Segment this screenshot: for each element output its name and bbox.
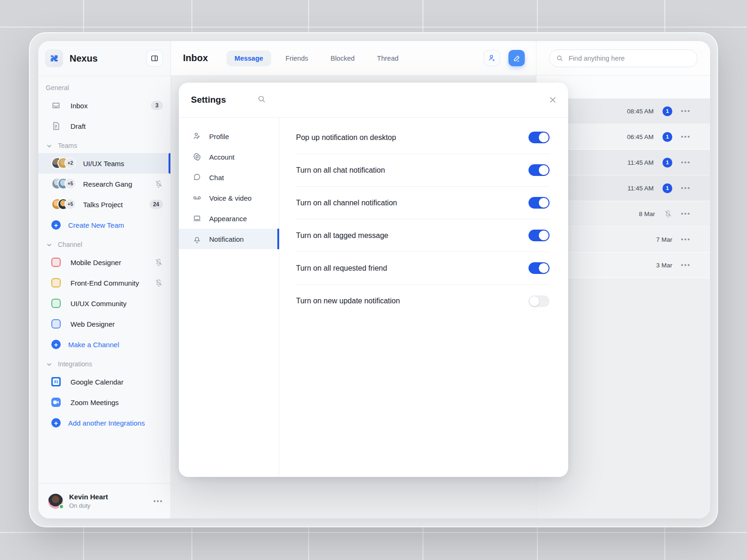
sidebar-channel-frontend[interactable]: Front-End Community: [38, 273, 170, 293]
section-channel[interactable]: Channel: [38, 235, 170, 252]
gear-icon: [192, 152, 202, 161]
sidebar-integration-google-calendar[interactable]: 31 Google Calendar: [38, 371, 170, 392]
bg-gridline: [0, 27, 747, 28]
section-integrations[interactable]: Integrations: [38, 355, 170, 371]
message-time: 08:45 AM: [627, 108, 654, 115]
make-a-channel-button[interactable]: + Make a Channel: [38, 334, 170, 355]
action-label: Create New Team: [68, 221, 124, 229]
top-bar: Inbox Message Friends Blocked Thread: [171, 41, 710, 76]
sidebar-team-uiux[interactable]: +2 UI/UX Teams: [38, 153, 170, 174]
add-integration-button[interactable]: + Add another Integrations: [38, 413, 170, 433]
settings-nav-voice-video[interactable]: Voice & video: [179, 188, 279, 208]
zoom-meetings-icon: [51, 398, 61, 407]
channel-color-icon: [51, 258, 61, 267]
sidebar-header: Nexus: [38, 41, 170, 76]
avatar: [48, 494, 63, 509]
settings-nav-chat[interactable]: Chat: [179, 167, 279, 188]
sidebar-item-label: Talks Project: [83, 201, 149, 209]
setting-row: Pop up notification on desktop: [296, 121, 550, 154]
toggle-channel-notification[interactable]: [529, 197, 550, 209]
toggle-popup-desktop[interactable]: [529, 132, 550, 143]
sidebar-item-inbox[interactable]: Inbox 3: [38, 95, 170, 116]
chat-bubble-icon: [192, 173, 202, 182]
unread-count-badge: 24: [149, 200, 163, 209]
sidebar-channel-mobile-designer[interactable]: Mobile Designer: [38, 252, 170, 273]
profile-more-button[interactable]: [154, 500, 162, 502]
sidebar-item-draft[interactable]: Draft: [38, 116, 170, 136]
chevron-down-icon: [46, 242, 52, 248]
close-icon[interactable]: [546, 93, 560, 107]
tab-message[interactable]: Message: [226, 50, 271, 66]
section-label: Integrations: [58, 360, 92, 368]
sidebar: Nexus General Inbox: [38, 41, 171, 518]
sidebar-item-label: Mobile Designer: [70, 259, 155, 266]
row-more-button[interactable]: [681, 110, 690, 112]
chevron-down-icon: [46, 143, 52, 149]
settings-modal: Settings: [179, 83, 568, 477]
settings-nav-account[interactable]: Account: [179, 147, 279, 167]
compose-pencil-icon: [513, 54, 521, 63]
toggle-chat-notification[interactable]: [529, 164, 550, 176]
section-label: General: [46, 84, 69, 91]
setting-label: Turn on new update notification: [296, 297, 400, 305]
toggle-requested-friend[interactable]: [529, 262, 550, 274]
user-name: Kevin Heart: [69, 493, 154, 501]
tab-blocked[interactable]: Blocked: [323, 50, 363, 66]
bell-muted-icon: [155, 180, 163, 188]
add-friend-button[interactable]: [484, 50, 500, 66]
row-more-button[interactable]: [681, 161, 690, 163]
sidebar-item-label: Research Gang: [83, 180, 155, 188]
user-status: On duty: [69, 502, 154, 509]
sidebar-channel-web-designer[interactable]: Web Designer: [38, 314, 170, 334]
plus-circle-icon: +: [51, 418, 61, 427]
settings-nav-notification[interactable]: Notification: [179, 229, 279, 249]
row-more-button[interactable]: [681, 213, 690, 215]
user-profile-section[interactable]: Kevin Heart On duty: [38, 483, 170, 518]
avatar-extra-count: +2: [64, 157, 76, 169]
message-time: 11:45 AM: [627, 159, 654, 166]
section-label: Channel: [58, 241, 82, 248]
search-input[interactable]: [568, 54, 691, 63]
channel-color-icon: [51, 319, 61, 329]
unread-badge: 1: [662, 158, 672, 168]
app-title: Nexus: [70, 53, 146, 64]
collapse-sidebar-button[interactable]: [146, 50, 163, 67]
toggle-new-update[interactable]: [529, 295, 550, 307]
sidebar-channel-uiux-community[interactable]: UI/UX Community: [38, 293, 170, 314]
settings-nav-profile[interactable]: Profile: [179, 126, 279, 147]
sidebar-team-research[interactable]: +5 Research Gang: [38, 174, 170, 194]
row-more-button[interactable]: [681, 187, 690, 189]
row-more-button[interactable]: [681, 264, 690, 266]
row-more-button[interactable]: [681, 136, 690, 138]
inbox-icon: [51, 101, 61, 110]
setting-label: Turn on all channel notification: [296, 199, 397, 207]
tab-friends[interactable]: Friends: [278, 50, 316, 66]
message-time: 06:45 AM: [627, 133, 654, 140]
setting-label: Turn on all tagged message: [296, 231, 388, 240]
global-search[interactable]: [549, 49, 698, 67]
sidebar-integration-zoom[interactable]: Zoom Meetings: [38, 392, 170, 413]
row-more-button[interactable]: [681, 238, 690, 240]
setting-label: Pop up notification on desktop: [296, 133, 396, 142]
bell-muted-icon: [664, 210, 672, 218]
avatar-extra-count: +5: [64, 178, 76, 189]
toggle-tagged-message[interactable]: [529, 230, 550, 241]
profile-icon: [192, 132, 202, 141]
team-avatars: +2: [51, 157, 76, 169]
sidebar-item-label: Google Calendar: [70, 378, 163, 386]
settings-search-icon[interactable]: [257, 95, 266, 104]
sidebar-item-label: Draft: [70, 122, 163, 130]
compose-button[interactable]: [508, 50, 525, 66]
plus-circle-icon: +: [51, 220, 61, 230]
sidebar-team-talks[interactable]: +5 Talks Project 24: [38, 194, 170, 215]
section-teams[interactable]: Teams: [38, 136, 170, 153]
person-add-icon: [487, 54, 496, 63]
create-new-team-button[interactable]: + Create New Team: [38, 215, 170, 235]
tab-thread[interactable]: Thread: [369, 50, 407, 66]
bell-muted-icon: [155, 258, 163, 266]
draft-icon: [51, 121, 61, 131]
action-label: Add another Integrations: [68, 419, 145, 427]
section-general: General: [38, 78, 170, 95]
settings-nav-appearance[interactable]: Appearance: [179, 208, 279, 229]
desktop-background: Nexus General Inbox: [0, 0, 747, 560]
